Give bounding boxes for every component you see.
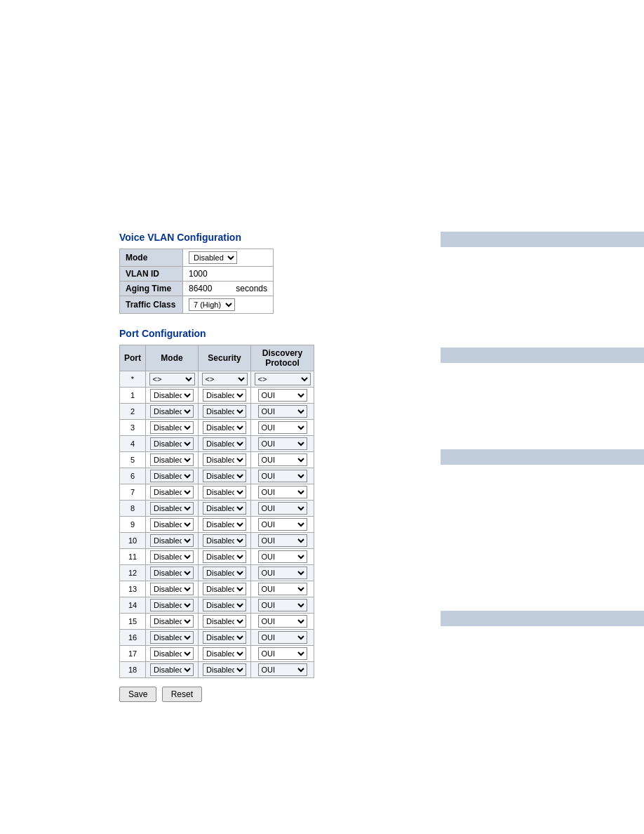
port-discovery-select[interactable]: OUI LLDP Both [258,567,307,579]
port-security-select[interactable]: Disabled Enabled [203,421,246,434]
port-security-select[interactable]: Disabled Enabled [203,502,246,515]
port-security-cell[interactable]: Disabled Enabled [199,436,251,452]
port-security-cell[interactable]: Disabled Enabled [199,388,251,404]
port-security-cell[interactable]: Disabled Enabled [199,517,251,533]
port-discovery-cell[interactable]: OUI LLDP Both [251,549,314,565]
port-security-cell[interactable]: Disabled Enabled [199,565,251,581]
port-mode-cell[interactable]: Disabled Enabled [146,565,199,581]
port-security-select[interactable]: Disabled Enabled [203,437,246,450]
port-security-cell[interactable]: Disabled Enabled [199,581,251,597]
port-discovery-select[interactable]: OUI LLDP Both [258,599,307,611]
port-mode-select[interactable]: Disabled Enabled [150,615,194,628]
port-security-cell[interactable]: Disabled Enabled [199,630,251,646]
port-security-cell[interactable]: Disabled Enabled [199,533,251,549]
port-mode-cell[interactable]: Disabled Enabled [146,468,199,484]
port-discovery-select[interactable]: OUI LLDP Both [258,454,307,466]
port-security-select[interactable]: Disabled Enabled [203,631,246,644]
port-security-select[interactable]: Disabled Enabled [203,663,246,676]
port-discovery-select[interactable]: OUI LLDP Both [258,550,307,563]
vlan-id-input[interactable] [189,269,245,279]
port-discovery-cell[interactable]: OUI LLDP Both [251,388,314,404]
port-discovery-select[interactable]: OUI LLDP Both [258,437,307,450]
save-button[interactable]: Save [119,687,156,702]
port-mode-select[interactable]: Disabled Enabled [150,405,194,418]
port-discovery-cell[interactable]: OUI LLDP Both [251,662,314,678]
port-mode-select[interactable]: Disabled Enabled [150,437,194,450]
port-mode-cell[interactable]: Disabled Enabled [146,533,199,549]
port-discovery-select[interactable]: OUI LLDP Both [258,647,307,660]
port-security-cell[interactable]: Disabled Enabled [199,484,251,501]
traffic-class-value[interactable]: 0 (Low) 1 2 3 4 5 6 7 (High) [183,296,274,314]
port-mode-cell[interactable]: Disabled Enabled [146,404,199,420]
port-security-select[interactable]: Disabled Enabled [203,599,246,611]
port-mode-select[interactable]: Disabled Enabled [150,567,194,579]
port-mode-cell[interactable]: Disabled Enabled [146,484,199,501]
port-discovery-cell[interactable]: OUI LLDP Both [251,517,314,533]
port-discovery-select[interactable]: OUI LLDP Both [258,663,307,676]
port-mode-select[interactable]: Disabled Enabled [150,421,194,434]
port-security-select[interactable]: Disabled Enabled [203,518,246,531]
port-mode-select[interactable]: Disabled Enabled [150,631,194,644]
port-discovery-select[interactable]: OUI LLDP Both [258,486,307,498]
port-mode-cell[interactable]: Disabled Enabled [146,420,199,436]
port-security-cell[interactable]: Disabled Enabled [199,646,251,662]
port-security-select[interactable]: Disabled Enabled [203,486,246,498]
port-mode-cell[interactable]: Disabled Enabled [146,597,199,614]
port-security-cell[interactable]: Disabled Enabled [199,420,251,436]
port-discovery-cell[interactable]: OUI LLDP Both [251,565,314,581]
port-security-cell[interactable]: Disabled Enabled [199,597,251,614]
port-mode-cell[interactable]: Disabled Enabled [146,630,199,646]
port-mode-select[interactable]: Disabled Enabled [150,389,194,402]
port-security-select[interactable]: Disabled Enabled [203,405,246,418]
port-security-select[interactable]: Disabled Enabled [203,470,246,482]
filter-security[interactable]: <> Disabled Enabled [199,371,251,388]
port-discovery-cell[interactable]: OUI LLDP Both [251,630,314,646]
port-security-cell[interactable]: Disabled Enabled [199,501,251,517]
port-discovery-cell[interactable]: OUI LLDP Both [251,533,314,549]
reset-button[interactable]: Reset [162,687,202,702]
port-mode-select[interactable]: Disabled Enabled [150,647,194,660]
mode-select[interactable]: Disabled Enabled [189,251,237,264]
filter-mode-select[interactable]: <> Disabled Enabled [149,373,195,385]
port-mode-select[interactable]: Disabled Enabled [150,518,194,531]
mode-value[interactable]: Disabled Enabled [183,249,274,267]
port-security-cell[interactable]: Disabled Enabled [199,549,251,565]
port-mode-cell[interactable]: Disabled Enabled [146,436,199,452]
port-security-select[interactable]: Disabled Enabled [203,534,246,547]
port-security-select[interactable]: Disabled Enabled [203,583,246,595]
port-mode-cell[interactable]: Disabled Enabled [146,614,199,630]
port-discovery-cell[interactable]: OUI LLDP Both [251,420,314,436]
traffic-class-select[interactable]: 0 (Low) 1 2 3 4 5 6 7 (High) [189,298,235,311]
port-discovery-select[interactable]: OUI LLDP Both [258,583,307,595]
port-discovery-cell[interactable]: OUI LLDP Both [251,581,314,597]
port-mode-cell[interactable]: Disabled Enabled [146,517,199,533]
port-discovery-select[interactable]: OUI LLDP Both [258,470,307,482]
port-discovery-select[interactable]: OUI LLDP Both [258,421,307,434]
filter-discovery[interactable]: <> OUI LLDP Both [251,371,314,388]
port-security-select[interactable]: Disabled Enabled [203,454,246,466]
port-discovery-cell[interactable]: OUI LLDP Both [251,404,314,420]
port-discovery-select[interactable]: OUI LLDP Both [258,502,307,515]
port-security-select[interactable]: Disabled Enabled [203,647,246,660]
port-mode-select[interactable]: Disabled Enabled [150,599,194,611]
port-discovery-select[interactable]: OUI LLDP Both [258,534,307,547]
port-discovery-cell[interactable]: OUI LLDP Both [251,452,314,468]
port-mode-select[interactable]: Disabled Enabled [150,502,194,515]
port-discovery-cell[interactable]: OUI LLDP Both [251,484,314,501]
port-mode-cell[interactable]: Disabled Enabled [146,452,199,468]
port-discovery-select[interactable]: OUI LLDP Both [258,631,307,644]
filter-discovery-select[interactable]: <> OUI LLDP Both [255,373,311,385]
port-mode-select[interactable]: Disabled Enabled [150,486,194,498]
port-security-select[interactable]: Disabled Enabled [203,615,246,628]
port-mode-select[interactable]: Disabled Enabled [150,550,194,563]
port-mode-cell[interactable]: Disabled Enabled [146,646,199,662]
port-security-cell[interactable]: Disabled Enabled [199,468,251,484]
port-mode-cell[interactable]: Disabled Enabled [146,501,199,517]
aging-time-input[interactable] [189,284,231,293]
port-discovery-cell[interactable]: OUI LLDP Both [251,646,314,662]
port-security-select[interactable]: Disabled Enabled [203,567,246,579]
filter-security-select[interactable]: <> Disabled Enabled [202,373,248,385]
port-mode-select[interactable]: Disabled Enabled [150,583,194,595]
port-mode-cell[interactable]: Disabled Enabled [146,662,199,678]
port-discovery-cell[interactable]: OUI LLDP Both [251,597,314,614]
